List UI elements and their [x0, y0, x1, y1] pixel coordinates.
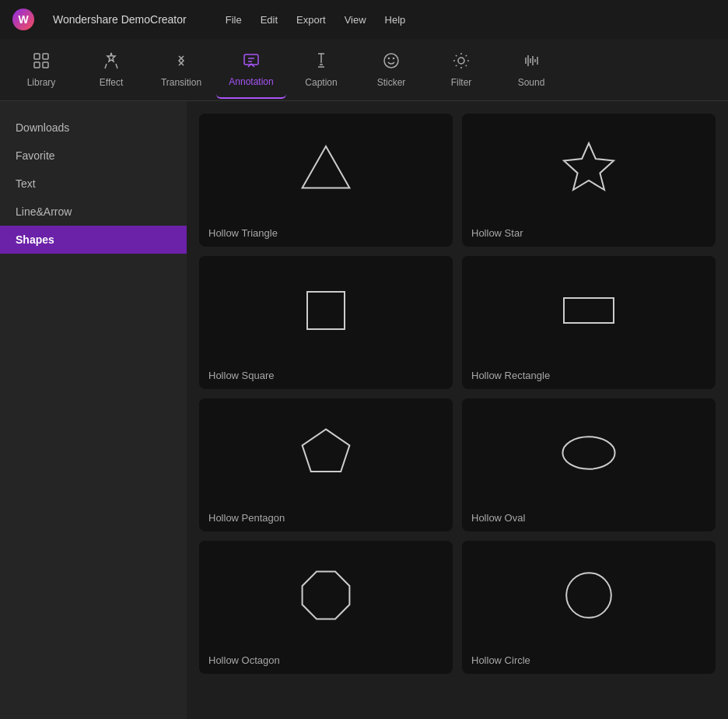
caption-icon — [312, 51, 331, 72]
sidebar-item-downloads[interactable]: Downloads — [0, 114, 187, 142]
toolbar-annotation[interactable]: Annotation — [216, 41, 286, 99]
toolbar-caption[interactable]: Caption — [286, 41, 356, 99]
sidebar-item-text[interactable]: Text — [0, 170, 187, 198]
shape-card-hollow-rectangle[interactable]: Hollow Rectangle — [462, 256, 716, 389]
sidebar: Downloads Favorite Text Line&Arrow Shape… — [0, 101, 187, 719]
shape-label-hollow-triangle: Hollow Triangle — [199, 223, 453, 247]
filter-label: Filter — [451, 77, 472, 88]
sound-label: Sound — [518, 77, 545, 88]
app-logo: W — [12, 9, 34, 30]
sticker-icon — [382, 51, 401, 72]
shape-label-hollow-star: Hollow Star — [462, 223, 716, 247]
toolbar-sticker[interactable]: Sticker — [356, 41, 426, 99]
title-bar: W Wondershare DemoCreator File Edit Expo… — [0, 0, 728, 39]
shape-label-hollow-oval: Hollow Oval — [462, 507, 716, 531]
sidebar-item-line-arrow[interactable]: Line&Arrow — [0, 198, 187, 226]
main-area: Downloads Favorite Text Line&Arrow Shape… — [0, 101, 728, 719]
shape-label-hollow-octagon: Hollow Octagon — [199, 650, 453, 674]
menu-bar: File Edit Export View Help — [218, 11, 414, 29]
sticker-label: Sticker — [377, 77, 406, 88]
library-label: Library — [27, 77, 56, 88]
shape-card-hollow-oval[interactable]: Hollow Oval — [462, 398, 716, 531]
shape-preview-hollow-octagon — [199, 541, 453, 650]
toolbar-filter[interactable]: Filter — [426, 41, 496, 99]
shape-label-hollow-square: Hollow Square — [199, 365, 453, 389]
menu-help[interactable]: Help — [377, 11, 414, 29]
filter-icon — [452, 51, 471, 72]
shape-preview-hollow-rectangle — [462, 256, 716, 365]
svg-marker-22 — [564, 143, 614, 190]
shape-preview-hollow-square — [199, 256, 453, 365]
shape-label-hollow-rectangle: Hollow Rectangle — [462, 365, 716, 389]
sidebar-item-shapes[interactable]: Shapes — [0, 226, 187, 254]
toolbar: Library Effect Transition — [0, 39, 728, 101]
shape-card-hollow-square[interactable]: Hollow Square — [199, 256, 453, 389]
svg-point-14 — [458, 58, 464, 64]
shape-label-hollow-circle: Hollow Circle — [462, 650, 716, 674]
menu-export[interactable]: Export — [289, 11, 334, 29]
shape-preview-hollow-pentagon — [199, 398, 453, 507]
svg-marker-21 — [303, 146, 350, 188]
shape-preview-hollow-oval — [462, 398, 716, 507]
svg-rect-1 — [43, 54, 48, 59]
svg-marker-25 — [303, 430, 350, 472]
toolbar-transition[interactable]: Transition — [146, 41, 216, 99]
annotation-icon — [242, 51, 261, 72]
sound-icon — [522, 51, 541, 72]
svg-rect-23 — [307, 292, 345, 329]
toolbar-library[interactable]: Library — [6, 41, 76, 99]
shape-card-hollow-octagon[interactable]: Hollow Octagon — [199, 541, 453, 674]
transition-label: Transition — [161, 77, 201, 88]
svg-rect-3 — [43, 62, 48, 68]
sidebar-item-favorite[interactable]: Favorite — [0, 142, 187, 170]
app-title: Wondershare DemoCreator — [53, 13, 187, 26]
shape-preview-hollow-triangle — [199, 114, 453, 223]
svg-rect-0 — [34, 54, 40, 59]
svg-marker-27 — [303, 572, 350, 619]
toolbar-sound[interactable]: Sound — [496, 41, 566, 99]
effect-icon — [102, 51, 121, 72]
svg-rect-2 — [34, 62, 40, 68]
shape-card-hollow-star[interactable]: Hollow Star — [462, 114, 716, 247]
annotation-label: Annotation — [229, 76, 273, 87]
library-icon — [32, 51, 51, 72]
shape-card-hollow-circle[interactable]: Hollow Circle — [462, 541, 716, 674]
shape-card-hollow-pentagon[interactable]: Hollow Pentagon — [199, 398, 453, 531]
shape-label-hollow-pentagon: Hollow Pentagon — [199, 507, 453, 531]
effect-label: Effect — [100, 77, 123, 88]
svg-point-28 — [566, 573, 611, 618]
shape-card-hollow-triangle[interactable]: Hollow Triangle — [199, 114, 453, 247]
menu-view[interactable]: View — [337, 11, 374, 29]
content-area: Hollow Triangle Hollow Star Hollow — [187, 101, 728, 719]
svg-point-11 — [384, 54, 398, 68]
svg-rect-24 — [564, 298, 614, 323]
svg-point-26 — [562, 437, 614, 469]
toolbar-effect[interactable]: Effect — [76, 41, 146, 99]
transition-icon — [172, 51, 191, 72]
shape-preview-hollow-star — [462, 114, 716, 223]
menu-edit[interactable]: Edit — [253, 11, 285, 29]
menu-file[interactable]: File — [218, 11, 250, 29]
caption-label: Caption — [305, 77, 337, 88]
shape-preview-hollow-circle — [462, 541, 716, 650]
shapes-grid: Hollow Triangle Hollow Star Hollow — [199, 114, 716, 674]
